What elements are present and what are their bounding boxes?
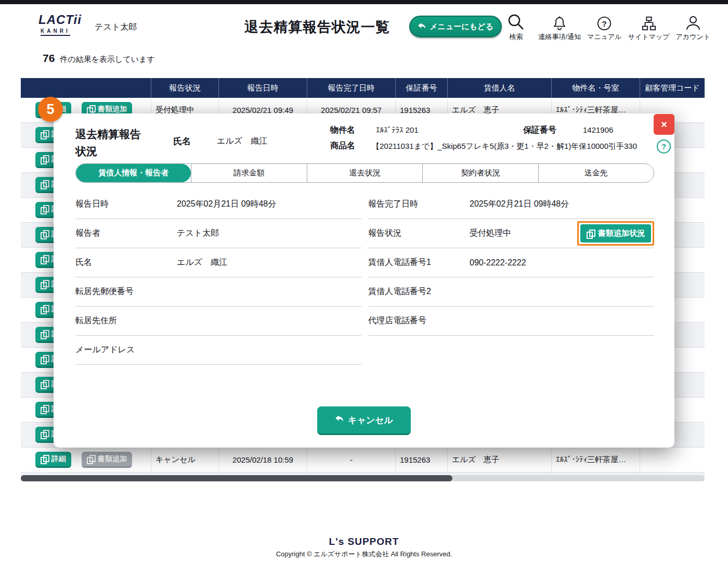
add-document-button[interactable]: 書類追加 [82,452,132,468]
tab-0[interactable]: 賃借人情報・報告者 [76,164,191,182]
modal-field: 賃借人電話番号1090-2222-2222 [368,248,654,277]
modal-field: 転居先郵便番号 [75,277,361,307]
document-icon [41,280,48,288]
tab-3[interactable]: 契約者状況 [422,164,538,182]
document-icon [41,330,48,338]
document-icon [41,355,48,363]
document-icon [41,380,48,388]
modal-title: 退去精算報告状況 [75,126,148,160]
cell-report-date: 2025/02/18 10:59 [218,448,307,472]
field-label: 転居先住所 [75,315,177,326]
horizontal-scrollbar[interactable] [21,475,705,481]
document-icon [41,430,48,438]
tab-2[interactable]: 退去状況 [307,164,422,182]
sitemap-icon [641,10,657,31]
document-icon [87,105,95,113]
app-header: LACTii KANRI テスト太郎 退去精算報告状況一覧 メニューにもどる 検… [0,4,728,48]
field-value: 受付処理中 [470,228,511,239]
column-header: 報告完了日時 [307,78,395,98]
guarantee-value: 1421906 [583,125,613,134]
document-icon [41,405,48,413]
scrollbar-thumb[interactable] [21,475,452,481]
results-count: 76 [43,52,55,65]
footer: L's SUPPORT Copyright © エルズサポート株式会社 All … [0,536,728,559]
nav-label-search: 検索 [509,32,523,42]
document-icon [41,205,48,213]
document-icon [87,455,95,463]
column-header: 報告状況 [151,78,218,98]
search-icon [506,10,525,31]
field-value: 2025年02月21日 09時48分 [177,199,276,210]
modal-field: 賃借人電話番号2 [368,277,654,307]
table-row: 詳細書類追加キャンセル2025/02/18 10:59-1915263エルズ 恵… [21,448,705,473]
bell-icon [552,10,567,31]
column-header: 物件名・号室 [551,78,640,98]
header-nav: 検索 連絡事項/通知 ? マニュアル サイトマップ アカウント [500,10,710,42]
modal-form: 報告日時2025年02月21日 09時48分報告完了日時2025年02月21日 … [75,190,654,365]
tab-1[interactable]: 請求金額 [191,164,306,182]
product-label: 商品名 [330,141,355,151]
cell-complete-date: - [307,448,395,472]
back-to-menu-label: メニューにもどる [430,22,493,32]
product-value: 【20211031まで】_Skip65フレキ5(原3・更1・早2・解1)年保10… [372,141,653,151]
nav-account[interactable]: アカウント [675,10,710,42]
column-header: 報告日時 [218,78,307,98]
logo-text: LACTii [38,14,82,26]
modal-field: 氏名エルズ 織江 [75,248,361,277]
nav-label-sitemap: サイトマップ [628,32,670,42]
document-icon [587,230,594,238]
document-icon [41,130,48,138]
app-logo[interactable]: LACTii KANRI [38,14,82,36]
nav-search[interactable]: 検索 [500,10,532,42]
document-icon [41,455,48,463]
field-label: 報告状況 [368,228,470,239]
document-icon [41,230,48,238]
field-label: メールアドレス [75,345,177,355]
report-status-modal: × ? 退去精算報告状況 氏名 エルズ 織江 物件名 ｴﾙｽﾞﾃﾗｽ 201 保… [54,113,674,448]
document-icon [41,255,48,263]
cell-property: ｴﾙｽﾞ･ｼﾃｨ三軒茶屋… [551,448,640,472]
help-icon[interactable]: ? [657,139,671,154]
close-icon[interactable]: × [654,114,674,135]
guarantee-label: 保証番号 [523,125,556,136]
modal-field: 代理店電話番号 [368,307,654,336]
modal-tabs: 賃借人情報・報告者請求金額退去状況契約者状況送金先 [75,163,654,183]
results-text: 件の結果を表示しています [60,55,154,65]
cell-buttons: 詳細書類追加 [21,448,151,472]
cell-guarantee-no: 1915263 [395,448,447,472]
modal-field: 報告状況受付処理中書類追加状況 [368,219,654,248]
cell-tenant-name: エルズ 恵子 [447,448,551,472]
field-label: 報告日時 [75,199,177,210]
nav-label-account: アカウント [675,32,710,42]
table-header: 報告状況報告日時報告完了日時保証番号賃借人名物件名・号室顧客管理コード [21,78,705,98]
property-value: ｴﾙｽﾞﾃﾗｽ 201 [376,125,419,134]
tab-4[interactable]: 送金先 [538,164,654,182]
modal-field: 報告完了日時2025年02月21日 09時48分 [368,190,654,219]
logo-subtext: KANRI [41,29,70,36]
field-label: 報告者 [75,228,177,239]
field-value: エルズ 織江 [177,257,227,268]
cancel-label: キャンセル [348,414,393,426]
nav-sitemap[interactable]: サイトマップ [628,10,670,42]
column-header: 賃借人名 [447,78,551,98]
cancel-button[interactable]: キャンセル [317,406,411,434]
field-value: テスト太郎 [177,228,219,239]
nav-notifications[interactable]: 連絡事項/通知 [538,10,581,42]
back-to-menu-button[interactable]: メニューにもどる [409,16,502,37]
question-circle-icon: ? [596,10,612,31]
modal-name-group: 氏名 エルズ 織江 [173,135,267,147]
nav-manual[interactable]: ? マニュアル [587,10,622,42]
modal-field: メールアドレス [75,336,361,365]
field-label: 氏名 [75,257,177,268]
step-badge: 5 [38,97,63,122]
field-value: 2025年02月21日 09時48分 [470,199,569,210]
field-value: 090-2222-2222 [470,258,526,267]
modal-field: 報告日時2025年02月21日 09時48分 [75,190,361,219]
name-label: 氏名 [173,135,191,147]
detail-button[interactable]: 詳細 [35,452,71,468]
doc-add-status-button[interactable]: 書類追加状況 [580,224,651,243]
field-label: 報告完了日時 [368,199,470,210]
field-label: 賃借人電話番号2 [368,286,470,297]
column-header: 保証番号 [395,78,447,98]
nav-label-manual: マニュアル [587,32,622,42]
